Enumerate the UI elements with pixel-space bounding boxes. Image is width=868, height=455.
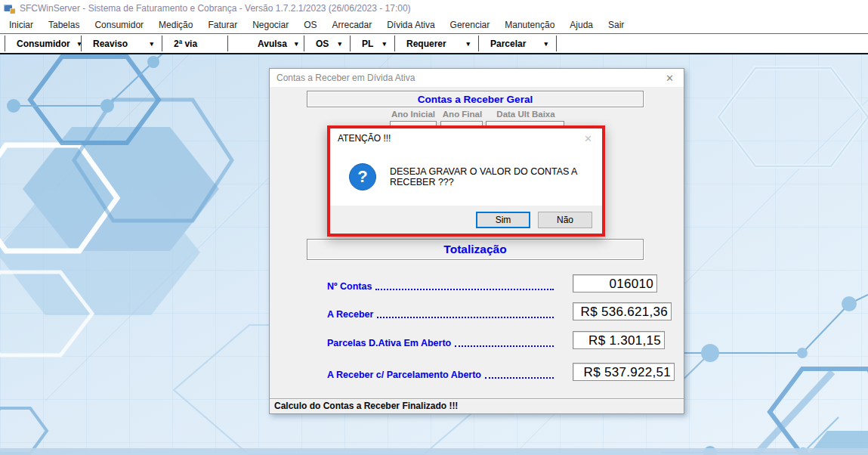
- toolbar-button-label: PL: [362, 39, 373, 49]
- toolbar-button-label: Reaviso: [93, 39, 128, 49]
- total-value-box: R$ 1.301,15: [573, 331, 665, 349]
- main-window-title: SFCWinServer - Sistema de Faturamento e …: [20, 3, 411, 14]
- toolbar-button-label: Avulsa: [258, 39, 287, 49]
- toolbar-button-segunda-via[interactable]: 2ª via: [162, 34, 227, 53]
- dotted-leader: [377, 317, 554, 318]
- dialog-title: ATENÇÃO !!!: [338, 133, 582, 144]
- panel-header-text: Totalização: [443, 243, 506, 255]
- menu-item-tabelas[interactable]: Tabelas: [41, 17, 87, 33]
- dotted-leader: [455, 345, 554, 347]
- ano-final-label: Ano Final: [441, 110, 483, 119]
- total-label: Parcelas D.Ativa Em Aberto: [327, 338, 451, 349]
- child-window-title: Contas a Receber em Dívida Ativa: [276, 73, 663, 83]
- filter-labels-row: Ano Inicial Ano Final Data Ult Baixa: [390, 110, 564, 119]
- atencao-dialog: ATENÇÃO !!! ✕ ? DESEJA GRAVAR O VALOR DO…: [327, 125, 605, 237]
- menu-item-consumidor[interactable]: Consumidor: [87, 17, 151, 33]
- total-value-box: 016010: [573, 274, 657, 292]
- nao-button[interactable]: Não: [538, 212, 592, 228]
- chevron-down-icon: ▾: [466, 40, 470, 48]
- toolbar-button-reaviso[interactable]: Reaviso ▾: [82, 34, 162, 53]
- total-label: Nº Contas: [327, 281, 372, 292]
- contas-receber-window: Contas a Receber em Dívida Ativa ✕ Conta…: [269, 68, 684, 414]
- child-window-titlebar: Contas a Receber em Dívida Ativa ✕: [270, 69, 684, 87]
- close-icon[interactable]: ✕: [582, 133, 595, 144]
- toolbar-button-label: Parcelar: [490, 39, 526, 49]
- menu-item-arrecadar[interactable]: Arrecadar: [325, 17, 380, 33]
- chevron-down-icon: ▾: [544, 40, 548, 48]
- dialog-footer: Sim Não: [330, 206, 602, 234]
- menu-item-medicao[interactable]: Medição: [151, 17, 200, 33]
- dotted-leader: [375, 289, 554, 290]
- toolbar-button-label: 2ª via: [174, 39, 197, 49]
- chevron-down-icon: ▾: [150, 40, 153, 48]
- chevron-down-icon: ▾: [295, 40, 298, 48]
- toolbar-button-parcelar[interactable]: Parcelar ▾: [479, 34, 556, 53]
- toolbar-separator: [556, 36, 557, 51]
- total-row: Parcelas D.Ativa Em Aberto: [327, 331, 554, 349]
- app-icon: [4, 3, 15, 14]
- menu-item-sair[interactable]: Sair: [601, 17, 632, 33]
- close-icon[interactable]: ✕: [663, 73, 677, 84]
- total-value-box: R$ 536.621,36: [573, 302, 672, 320]
- total-value-box: R$ 537.922,51: [573, 363, 675, 381]
- contas-receber-geral-panel: Contas a Receber Geral: [307, 91, 644, 107]
- total-row: Nº Contas: [327, 274, 554, 292]
- toolbar-button-label: Consumidor: [17, 39, 70, 49]
- status-bar: Calculo do Contas a Receber Finalizado !…: [270, 398, 684, 413]
- toolbar-button-avulsa[interactable]: Avulsa ▾: [246, 34, 304, 53]
- dotted-leader: [485, 377, 554, 379]
- question-icon: ?: [349, 163, 376, 190]
- menubar: Iniciar Tabelas Consumidor Medição Fatur…: [0, 17, 868, 33]
- toolbar-button-os[interactable]: OS ▾: [304, 34, 350, 53]
- toolbar-button-consumidor[interactable]: Consumidor ▾: [5, 34, 81, 53]
- total-label: A Receber c/ Parcelamento Aberto: [327, 370, 481, 381]
- data-ult-baixa-label: Data Ult Baixa: [488, 110, 564, 119]
- toolbar-button-label: OS: [316, 39, 329, 49]
- menu-item-os[interactable]: OS: [296, 17, 324, 33]
- toolbar-gap: [228, 34, 246, 53]
- menu-item-iniciar[interactable]: Iniciar: [2, 17, 41, 33]
- toolbar-button-label: Requerer: [406, 39, 446, 49]
- menu-item-divida-ativa[interactable]: Dívida Ativa: [379, 17, 442, 33]
- dialog-message: DESEJA GRAVAR O VALOR DO CONTAS A RECEBE…: [390, 166, 602, 187]
- panel-header-text: Contas a Receber Geral: [418, 94, 533, 105]
- menu-item-ajuda[interactable]: Ajuda: [562, 17, 601, 33]
- toolbar-button-pl[interactable]: PL ▾: [351, 34, 394, 53]
- menu-item-negociar[interactable]: Negociar: [245, 17, 296, 33]
- sim-button[interactable]: Sim: [476, 212, 530, 228]
- main-titlebar: SFCWinServer - Sistema de Faturamento e …: [0, 0, 868, 17]
- chevron-down-icon: ▾: [338, 40, 341, 48]
- dialog-titlebar: ATENÇÃO !!! ✕: [330, 128, 602, 148]
- toolbar: Consumidor ▾ Reaviso ▾ 2ª via Avulsa ▾ O…: [0, 33, 868, 54]
- total-label: A Receber: [327, 309, 373, 320]
- toolbar-button-requerer[interactable]: Requerer ▾: [395, 34, 478, 53]
- total-row: A Receber: [327, 302, 554, 320]
- ano-inicial-label: Ano Inicial: [390, 110, 437, 119]
- total-row: A Receber c/ Parcelamento Aberto: [327, 363, 554, 381]
- dialog-body: ? DESEJA GRAVAR O VALOR DO CONTAS A RECE…: [330, 148, 602, 206]
- menu-item-faturar[interactable]: Faturar: [200, 17, 245, 33]
- chevron-down-icon: ▾: [382, 40, 386, 48]
- totalizacao-panel: Totalização: [307, 239, 644, 260]
- menu-item-manutencao[interactable]: Manutenção: [497, 17, 562, 33]
- menu-item-gerenciar[interactable]: Gerenciar: [443, 17, 498, 33]
